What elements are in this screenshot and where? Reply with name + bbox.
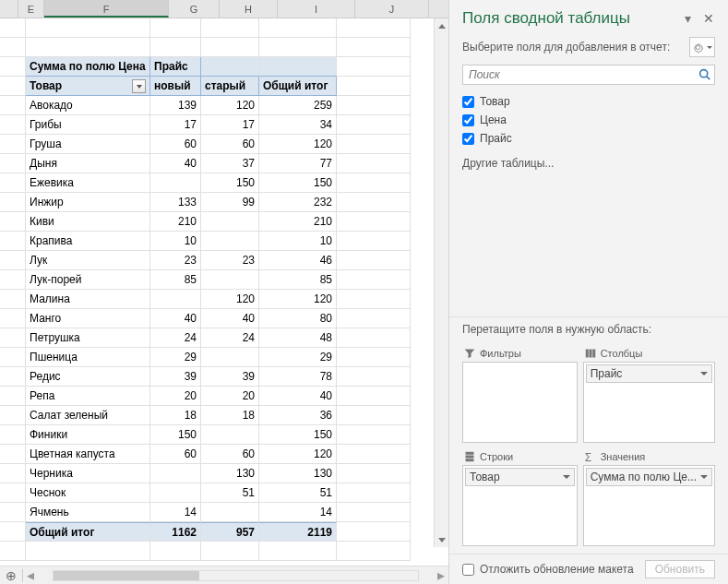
area-pill[interactable]: Прайс	[586, 364, 712, 383]
table-row[interactable]: ТоварновыйстарыйОбщий итог	[0, 77, 448, 96]
field-search-input[interactable]	[462, 65, 715, 85]
table-row[interactable]: Общий итог11629572119	[0, 522, 448, 542]
table-row[interactable]	[0, 18, 448, 38]
column-header-H[interactable]: H	[220, 0, 278, 18]
columns-well[interactable]: Прайс	[583, 362, 715, 443]
table-row[interactable]: Ячмень1414	[0, 503, 448, 522]
row-label[interactable]: Лук-порей	[26, 270, 150, 290]
other-tables-link[interactable]: Другие таблицы...	[462, 157, 715, 170]
row-label[interactable]: Ячмень	[26, 503, 150, 522]
rows-well[interactable]: Товар	[462, 465, 578, 546]
pivot-row-field[interactable]: Товар	[26, 77, 150, 96]
row-label[interactable]: Малина	[26, 290, 150, 309]
hscroll-track[interactable]	[53, 570, 419, 581]
col-value-1[interactable]: старый	[201, 77, 259, 96]
table-row[interactable]: Малина120120	[0, 290, 448, 309]
pivot-values-label[interactable]: Сумма по полю Цена	[26, 57, 150, 77]
field-checkbox[interactable]	[462, 96, 474, 108]
table-row[interactable]: Черника130130	[0, 464, 448, 483]
scroll-up-button[interactable]	[435, 18, 448, 33]
column-header-F[interactable]: F	[44, 0, 169, 18]
table-row[interactable]: Цветная капуста6060120	[0, 445, 448, 464]
row-label[interactable]: Репа	[26, 387, 150, 406]
row-field-filter-button[interactable]	[132, 79, 146, 93]
table-row[interactable]: Киви210210	[0, 212, 448, 232]
column-header-E[interactable]: E	[18, 0, 44, 18]
row-label[interactable]: Чеснок	[26, 483, 150, 503]
table-row[interactable]: Ежевика150150	[0, 173, 448, 193]
column-header-J[interactable]: J	[355, 0, 429, 18]
table-row[interactable]: Петрушка242448	[0, 328, 448, 348]
svg-point-0	[700, 70, 708, 77]
table-row[interactable]: Репа202040	[0, 387, 448, 406]
row-label[interactable]: Дыня	[26, 154, 150, 173]
vertical-scrollbar[interactable]	[434, 18, 448, 547]
table-row[interactable]: Дыня403777	[0, 154, 448, 173]
update-button[interactable]: Обновить	[645, 560, 715, 578]
drag-prompt: Перетащите поля в нужную область:	[449, 316, 728, 341]
table-row[interactable]: Редис393978	[0, 367, 448, 387]
area-pill[interactable]: Товар	[465, 468, 575, 486]
table-row[interactable]: Чеснок5151	[0, 483, 448, 503]
row-label[interactable]: Финики	[26, 425, 150, 445]
table-row[interactable]: Крапива1010	[0, 232, 448, 251]
table-row[interactable]	[0, 38, 448, 57]
table-row[interactable]: Сумма по полю ЦенаПрайс	[0, 57, 448, 77]
field-checkbox[interactable]	[462, 114, 474, 126]
field-list: ТоварЦенаПрайс	[462, 92, 715, 148]
select-all-corner[interactable]	[0, 0, 18, 18]
table-row[interactable]: Авокадо139120259	[0, 96, 448, 115]
column-header-G[interactable]: G	[169, 0, 220, 18]
hscroll-thumb[interactable]	[54, 571, 199, 580]
scroll-down-button[interactable]	[435, 532, 448, 547]
horizontal-scrollbar[interactable]: ⊕ ◂ ▸	[0, 566, 448, 584]
grand-total-row[interactable]: Общий итог	[26, 522, 150, 542]
pane-menu-button[interactable]: ▾	[680, 11, 695, 26]
table-row[interactable]: Груша6060120	[0, 135, 448, 154]
row-label[interactable]: Авокадо	[26, 96, 150, 115]
row-label[interactable]: Салат зеленый	[26, 406, 150, 425]
pane-close-button[interactable]: ✕	[700, 11, 717, 26]
row-label[interactable]: Ежевика	[26, 173, 150, 193]
pane-tools-button[interactable]	[689, 37, 715, 57]
field-checkbox[interactable]	[462, 133, 474, 145]
field-item-Цена[interactable]: Цена	[462, 111, 715, 129]
row-label[interactable]: Грибы	[26, 115, 150, 135]
table-row[interactable]: Лук232346	[0, 251, 448, 270]
pivot-col-field[interactable]: Прайс	[150, 57, 201, 77]
row-label[interactable]: Пшеница	[26, 348, 150, 367]
table-row[interactable]: Пшеница2929	[0, 348, 448, 367]
grid-body[interactable]: Сумма по полю ЦенаПрайсТоварновыйстарыйО…	[0, 18, 448, 566]
values-well[interactable]: Сумма по полю Це...	[583, 465, 715, 546]
table-row[interactable]: Манго404080	[0, 309, 448, 328]
svg-rect-7	[466, 459, 474, 461]
area-pill[interactable]: Сумма по полю Це...	[586, 468, 712, 486]
row-label[interactable]: Крапива	[26, 232, 150, 251]
col-value-0[interactable]: новый	[150, 77, 201, 96]
table-row[interactable]	[0, 542, 448, 561]
table-row[interactable]: Салат зеленый181836	[0, 406, 448, 425]
field-item-Прайс[interactable]: Прайс	[462, 129, 715, 148]
column-header-I[interactable]: I	[278, 0, 355, 18]
row-label[interactable]: Манго	[26, 309, 150, 328]
table-row[interactable]: Финики150150	[0, 425, 448, 445]
field-item-Товар[interactable]: Товар	[462, 92, 715, 111]
gear-icon	[692, 42, 704, 54]
grand-total-col[interactable]: Общий итог	[259, 77, 337, 96]
row-label[interactable]: Редис	[26, 367, 150, 387]
filters-well[interactable]	[462, 362, 578, 443]
row-label[interactable]: Груша	[26, 135, 150, 154]
area-filters: Фильтры	[462, 345, 578, 443]
table-row[interactable]: Грибы171734	[0, 115, 448, 135]
table-row[interactable]: Инжир13399232	[0, 193, 448, 212]
row-label[interactable]: Черника	[26, 464, 150, 483]
column-header-row: EFGHIJ	[0, 0, 448, 18]
table-row[interactable]: Лук-порей8585	[0, 270, 448, 290]
row-label[interactable]: Лук	[26, 251, 150, 270]
defer-update-checkbox[interactable]: Отложить обновление макета	[462, 563, 645, 576]
row-label[interactable]: Киви	[26, 212, 150, 232]
row-label[interactable]: Цветная капуста	[26, 445, 150, 464]
add-sheet-button[interactable]: ⊕	[0, 566, 22, 585]
row-label[interactable]: Инжир	[26, 193, 150, 212]
row-label[interactable]: Петрушка	[26, 328, 150, 348]
